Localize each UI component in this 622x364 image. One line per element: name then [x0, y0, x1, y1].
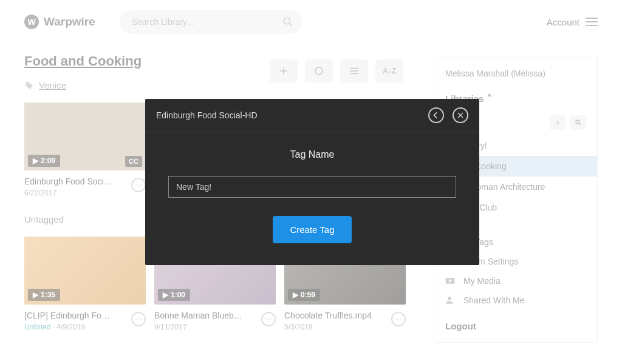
create-tag-modal: Edinburgh Food Social-HD Tag Name Create… — [145, 99, 479, 265]
close-button[interactable] — [453, 107, 468, 123]
tag-name-label: Tag Name — [168, 149, 456, 160]
tag-name-input[interactable] — [168, 176, 456, 198]
modal-title: Edinburgh Food Social-HD — [156, 110, 428, 120]
back-button[interactable] — [428, 107, 444, 123]
create-tag-button[interactable]: Create Tag — [273, 216, 351, 243]
